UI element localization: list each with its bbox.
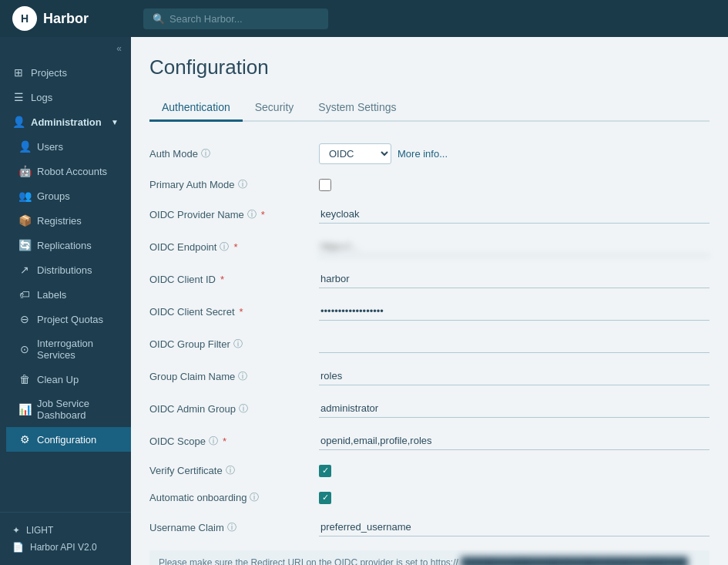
- verify-certificate-row: Verify Certificate ⓘ: [149, 464, 710, 477]
- required-marker: *: [233, 241, 237, 253]
- group-claim-name-input[interactable]: [319, 367, 710, 385]
- verify-certificate-control: [319, 465, 710, 477]
- oidc-endpoint-info-icon[interactable]: ⓘ: [220, 240, 229, 254]
- sidebar-item-job-service-dashboard[interactable]: 📊 Job Service Dashboard: [6, 392, 131, 427]
- primary-auth-mode-checkbox[interactable]: [319, 179, 331, 191]
- app-name: Harbor: [43, 11, 89, 27]
- automatic-onboarding-checkbox[interactable]: [319, 492, 331, 504]
- sidebar-item-clean-up[interactable]: 🗑 Clean Up: [6, 367, 131, 392]
- sidebar-item-registries[interactable]: 📦 Registries: [6, 208, 131, 233]
- configuration-form: Auth Mode ⓘ OIDC Database LDAP More info…: [149, 143, 710, 565]
- automatic-onboarding-label: Automatic onboarding ⓘ: [149, 491, 319, 504]
- more-info-link[interactable]: More info...: [398, 148, 448, 160]
- tab-security[interactable]: Security: [243, 95, 307, 122]
- oidc-client-secret-control: [319, 302, 710, 321]
- sidebar-item-label: Projects: [31, 67, 67, 79]
- sidebar-item-groups[interactable]: 👥 Groups: [6, 183, 131, 208]
- api-icon: 📄: [12, 542, 24, 553]
- oidc-provider-name-row: OIDC Provider Name ⓘ *: [149, 205, 710, 224]
- sidebar-collapse-button[interactable]: «: [0, 37, 131, 60]
- administration-icon: 👤: [12, 116, 25, 128]
- verify-certificate-info-icon[interactable]: ⓘ: [226, 464, 235, 477]
- auth-mode-control: OIDC Database LDAP More info...: [319, 143, 710, 164]
- group-claim-name-info-icon[interactable]: ⓘ: [238, 370, 247, 383]
- oidc-client-secret-input[interactable]: [319, 302, 710, 321]
- oidc-group-filter-input[interactable]: [319, 335, 710, 353]
- sidebar-item-configuration[interactable]: ⚙ Configuration: [6, 427, 131, 452]
- auth-mode-select-wrap: OIDC Database LDAP More info...: [319, 143, 710, 164]
- search-input[interactable]: [169, 13, 308, 25]
- oidc-endpoint-input[interactable]: [319, 237, 710, 256]
- auth-mode-info-icon[interactable]: ⓘ: [201, 147, 210, 160]
- required-marker: *: [223, 436, 226, 447]
- sidebar-item-harbor-api[interactable]: 📄 Harbor API V2.0: [12, 539, 119, 556]
- tab-authentication[interactable]: Authentication: [149, 95, 243, 122]
- sidebar-item-robot-accounts[interactable]: 🤖 Robot Accounts: [6, 159, 131, 183]
- sidebar-item-label: Registries: [37, 215, 82, 227]
- sidebar-item-light[interactable]: ✦ LIGHT: [12, 522, 119, 539]
- primary-auth-mode-label: Primary Auth Mode ⓘ: [149, 178, 319, 191]
- oidc-client-secret-row: OIDC Client Secret *: [149, 302, 710, 321]
- oidc-group-filter-row: OIDC Group Filter ⓘ: [149, 335, 710, 353]
- sidebar-item-replications[interactable]: 🔄 Replications: [6, 233, 131, 257]
- automatic-onboarding-control: [319, 492, 710, 504]
- oidc-admin-group-control: [319, 399, 710, 418]
- sidebar-bottom: ✦ LIGHT 📄 Harbor API V2.0: [0, 512, 131, 565]
- group-claim-name-control: [319, 367, 710, 385]
- username-claim-info-icon[interactable]: ⓘ: [227, 521, 237, 534]
- sidebar-item-label: Labels: [37, 289, 66, 301]
- oidc-endpoint-control: [319, 237, 710, 256]
- username-claim-input[interactable]: [319, 518, 710, 536]
- sidebar-item-projects[interactable]: ⊞ Projects: [0, 60, 131, 85]
- interrogation-icon: ⊙: [18, 343, 31, 355]
- sidebar-item-administration[interactable]: 👤 Administration ▼: [0, 109, 131, 134]
- oidc-client-id-input[interactable]: [319, 270, 710, 288]
- username-claim-label: Username Claim ⓘ: [149, 521, 319, 534]
- automatic-onboarding-info-icon[interactable]: ⓘ: [250, 491, 259, 504]
- tab-system-settings[interactable]: System Settings: [306, 95, 408, 122]
- light-icon: ✦: [12, 525, 20, 536]
- projects-icon: ⊞: [12, 66, 25, 79]
- auth-mode-select[interactable]: OIDC Database LDAP: [319, 143, 391, 164]
- sidebar-item-label: Replications: [37, 240, 92, 251]
- oidc-admin-group-info-icon[interactable]: ⓘ: [239, 402, 248, 415]
- oidc-admin-group-input[interactable]: [319, 399, 710, 418]
- oidc-provider-name-input[interactable]: [319, 205, 710, 224]
- username-claim-row: Username Claim ⓘ: [149, 518, 710, 536]
- sidebar-item-interrogation-services[interactable]: ⊙ Interrogation Services: [6, 331, 131, 367]
- primary-auth-mode-info-icon[interactable]: ⓘ: [238, 178, 247, 191]
- oidc-client-id-control: [319, 270, 710, 288]
- oidc-group-filter-info-icon[interactable]: ⓘ: [233, 338, 243, 351]
- sidebar-item-users[interactable]: 👤 Users: [6, 134, 131, 159]
- sidebar-item-logs[interactable]: ☰ Logs: [0, 85, 131, 109]
- required-marker: *: [240, 306, 243, 318]
- sidebar-item-label: Distributions: [37, 264, 92, 276]
- oidc-provider-name-info-icon[interactable]: ⓘ: [247, 208, 257, 221]
- robot-accounts-icon: 🤖: [18, 165, 31, 177]
- auth-mode-row: Auth Mode ⓘ OIDC Database LDAP More info…: [149, 143, 710, 164]
- sidebar-item-label: Configuration: [37, 434, 96, 446]
- configuration-icon: ⚙: [18, 433, 31, 446]
- redirect-uri-blurred: ████████████████████████████████: [461, 557, 688, 565]
- verify-certificate-checkbox[interactable]: [319, 465, 331, 477]
- auth-mode-label: Auth Mode ⓘ: [149, 147, 319, 160]
- sidebar-item-project-quotas[interactable]: ⊖ Project Quotas: [6, 307, 131, 331]
- search-box[interactable]: 🔍: [143, 8, 328, 29]
- oidc-admin-group-label: OIDC Admin Group ⓘ: [149, 402, 319, 415]
- oidc-scope-input[interactable]: [319, 432, 710, 450]
- oidc-scope-control: [319, 432, 710, 450]
- sidebar-item-label: Users: [37, 141, 63, 153]
- sidebar-item-label: Groups: [37, 190, 70, 202]
- project-quotas-icon: ⊖: [18, 313, 31, 325]
- required-marker: *: [261, 209, 265, 220]
- oidc-scope-info-icon[interactable]: ⓘ: [209, 435, 218, 448]
- sidebar-item-labels[interactable]: 🏷 Labels: [6, 282, 131, 307]
- username-claim-control: [319, 518, 710, 536]
- distributions-icon: ↗: [18, 264, 31, 276]
- sidebar-item-distributions[interactable]: ↗ Distributions: [6, 257, 131, 282]
- group-claim-name-row: Group Claim Name ⓘ: [149, 367, 710, 385]
- sidebar-item-label: Administration: [31, 116, 102, 128]
- search-icon: 🔍: [153, 13, 165, 25]
- app-logo: H Harbor: [0, 6, 131, 31]
- logo-icon: H: [12, 6, 37, 31]
